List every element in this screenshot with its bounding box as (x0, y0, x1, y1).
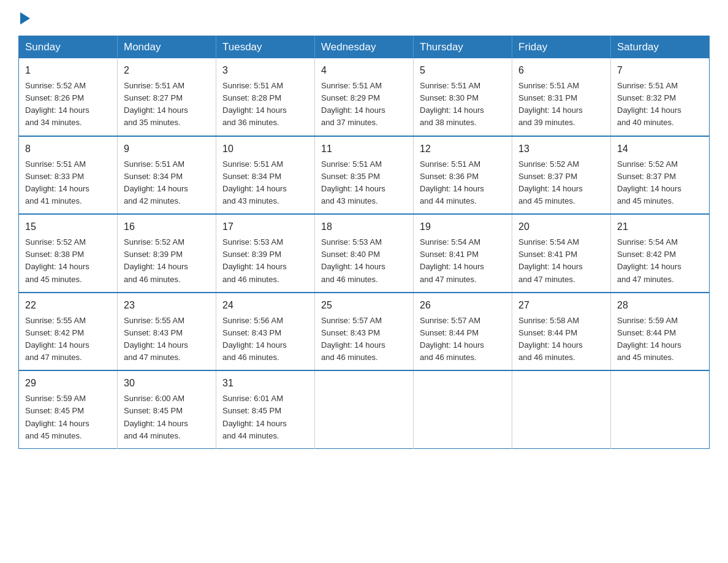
day-info: Sunrise: 5:52 AMSunset: 8:39 PMDaylight:… (124, 236, 210, 286)
calendar-cell: 12Sunrise: 5:51 AMSunset: 8:36 PMDayligh… (414, 136, 512, 215)
calendar-cell: 28Sunrise: 5:59 AMSunset: 8:44 PMDayligh… (611, 293, 710, 371)
calendar-cell: 1Sunrise: 5:52 AMSunset: 8:26 PMDaylight… (19, 58, 118, 136)
calendar-cell: 21Sunrise: 5:54 AMSunset: 8:42 PMDayligh… (611, 214, 710, 293)
day-number: 2 (124, 63, 210, 78)
day-number: 22 (25, 298, 111, 313)
day-info: Sunrise: 5:58 AMSunset: 8:44 PMDaylight:… (518, 315, 604, 364)
calendar-cell (512, 370, 611, 448)
day-number: 1 (25, 63, 111, 78)
calendar-cell: 18Sunrise: 5:53 AMSunset: 8:40 PMDayligh… (315, 214, 414, 293)
calendar-cell (315, 370, 414, 448)
calendar-cell: 19Sunrise: 5:54 AMSunset: 8:41 PMDayligh… (414, 214, 512, 293)
day-number: 18 (321, 220, 407, 234)
day-info: Sunrise: 5:59 AMSunset: 8:44 PMDaylight:… (617, 315, 703, 364)
day-number: 3 (222, 63, 308, 78)
day-info: Sunrise: 5:51 AMSunset: 8:36 PMDaylight:… (420, 158, 506, 208)
calendar-cell: 25Sunrise: 5:57 AMSunset: 8:43 PMDayligh… (315, 293, 414, 371)
col-header-wednesday: Wednesday (315, 36, 414, 59)
calendar-cell: 17Sunrise: 5:53 AMSunset: 8:39 PMDayligh… (216, 214, 315, 293)
calendar-cell (414, 370, 512, 448)
calendar-cell: 22Sunrise: 5:55 AMSunset: 8:42 PMDayligh… (19, 293, 118, 371)
calendar-cell: 31Sunrise: 6:01 AMSunset: 8:45 PMDayligh… (216, 370, 315, 448)
day-info: Sunrise: 6:01 AMSunset: 8:45 PMDaylight:… (222, 393, 308, 442)
calendar-cell: 3Sunrise: 5:51 AMSunset: 8:28 PMDaylight… (216, 58, 315, 136)
day-number: 31 (222, 376, 308, 391)
day-number: 14 (617, 142, 703, 156)
calendar-header-row: SundayMondayTuesdayWednesdayThursdayFrid… (19, 36, 710, 59)
calendar-week-row: 15Sunrise: 5:52 AMSunset: 8:38 PMDayligh… (19, 214, 710, 293)
calendar-cell: 11Sunrise: 5:51 AMSunset: 8:35 PMDayligh… (315, 136, 414, 215)
day-number: 23 (124, 298, 210, 313)
calendar-cell: 5Sunrise: 5:51 AMSunset: 8:30 PMDaylight… (414, 58, 512, 136)
col-header-friday: Friday (512, 36, 611, 59)
calendar-cell (611, 370, 710, 448)
day-info: Sunrise: 5:51 AMSunset: 8:34 PMDaylight:… (222, 158, 308, 208)
day-info: Sunrise: 6:00 AMSunset: 8:45 PMDaylight:… (124, 393, 210, 442)
calendar-cell: 27Sunrise: 5:58 AMSunset: 8:44 PMDayligh… (512, 293, 611, 371)
calendar-cell: 16Sunrise: 5:52 AMSunset: 8:39 PMDayligh… (118, 214, 216, 293)
day-number: 17 (222, 220, 308, 234)
calendar-cell: 30Sunrise: 6:00 AMSunset: 8:45 PMDayligh… (118, 370, 216, 448)
day-number: 9 (124, 142, 210, 156)
day-info: Sunrise: 5:51 AMSunset: 8:35 PMDaylight:… (321, 158, 407, 208)
day-info: Sunrise: 5:51 AMSunset: 8:27 PMDaylight:… (124, 80, 210, 129)
day-info: Sunrise: 5:53 AMSunset: 8:39 PMDaylight:… (222, 236, 308, 286)
day-info: Sunrise: 5:51 AMSunset: 8:30 PMDaylight:… (420, 80, 506, 129)
day-number: 6 (518, 63, 604, 78)
day-number: 24 (222, 298, 308, 313)
day-number: 19 (420, 220, 506, 234)
day-info: Sunrise: 5:59 AMSunset: 8:45 PMDaylight:… (25, 393, 111, 442)
calendar-week-row: 1Sunrise: 5:52 AMSunset: 8:26 PMDaylight… (19, 58, 710, 136)
day-number: 30 (124, 376, 210, 391)
calendar-table: SundayMondayTuesdayWednesdayThursdayFrid… (18, 36, 710, 449)
calendar-cell: 15Sunrise: 5:52 AMSunset: 8:38 PMDayligh… (19, 214, 118, 293)
day-number: 20 (518, 220, 604, 234)
day-info: Sunrise: 5:52 AMSunset: 8:37 PMDaylight:… (617, 158, 703, 208)
calendar-cell: 8Sunrise: 5:51 AMSunset: 8:33 PMDaylight… (19, 136, 118, 215)
col-header-thursday: Thursday (414, 36, 512, 59)
calendar-week-row: 29Sunrise: 5:59 AMSunset: 8:45 PMDayligh… (19, 370, 710, 448)
calendar-cell: 13Sunrise: 5:52 AMSunset: 8:37 PMDayligh… (512, 136, 611, 215)
day-number: 8 (25, 142, 111, 156)
day-number: 5 (420, 63, 506, 78)
day-number: 11 (321, 142, 407, 156)
day-number: 12 (420, 142, 506, 156)
day-number: 29 (25, 376, 111, 391)
col-header-saturday: Saturday (611, 36, 710, 59)
col-header-sunday: Sunday (19, 36, 118, 59)
calendar-cell: 9Sunrise: 5:51 AMSunset: 8:34 PMDaylight… (118, 136, 216, 215)
day-number: 4 (321, 63, 407, 78)
day-number: 15 (25, 220, 111, 234)
calendar-cell: 2Sunrise: 5:51 AMSunset: 8:27 PMDaylight… (118, 58, 216, 136)
day-info: Sunrise: 5:55 AMSunset: 8:43 PMDaylight:… (124, 315, 210, 364)
day-number: 16 (124, 220, 210, 234)
day-info: Sunrise: 5:51 AMSunset: 8:32 PMDaylight:… (617, 80, 703, 129)
day-number: 28 (617, 298, 703, 313)
day-info: Sunrise: 5:57 AMSunset: 8:43 PMDaylight:… (321, 315, 407, 364)
calendar-cell: 7Sunrise: 5:51 AMSunset: 8:32 PMDaylight… (611, 58, 710, 136)
day-info: Sunrise: 5:52 AMSunset: 8:26 PMDaylight:… (25, 80, 111, 129)
calendar-cell: 4Sunrise: 5:51 AMSunset: 8:29 PMDaylight… (315, 58, 414, 136)
day-info: Sunrise: 5:51 AMSunset: 8:28 PMDaylight:… (222, 80, 308, 129)
col-header-monday: Monday (118, 36, 216, 59)
calendar-week-row: 22Sunrise: 5:55 AMSunset: 8:42 PMDayligh… (19, 293, 710, 371)
day-info: Sunrise: 5:53 AMSunset: 8:40 PMDaylight:… (321, 236, 407, 286)
calendar-cell: 23Sunrise: 5:55 AMSunset: 8:43 PMDayligh… (118, 293, 216, 371)
day-info: Sunrise: 5:54 AMSunset: 8:41 PMDaylight:… (518, 236, 604, 286)
col-header-tuesday: Tuesday (216, 36, 315, 59)
day-number: 25 (321, 298, 407, 313)
day-number: 27 (518, 298, 604, 313)
calendar-cell: 14Sunrise: 5:52 AMSunset: 8:37 PMDayligh… (611, 136, 710, 215)
logo (18, 12, 30, 25)
day-info: Sunrise: 5:51 AMSunset: 8:29 PMDaylight:… (321, 80, 407, 129)
calendar-cell: 24Sunrise: 5:56 AMSunset: 8:43 PMDayligh… (216, 293, 315, 371)
day-number: 10 (222, 142, 308, 156)
day-info: Sunrise: 5:51 AMSunset: 8:34 PMDaylight:… (124, 158, 210, 208)
day-info: Sunrise: 5:52 AMSunset: 8:37 PMDaylight:… (518, 158, 604, 208)
day-info: Sunrise: 5:56 AMSunset: 8:43 PMDaylight:… (222, 315, 308, 364)
calendar-cell: 20Sunrise: 5:54 AMSunset: 8:41 PMDayligh… (512, 214, 611, 293)
logo-triangle-icon (20, 12, 30, 25)
day-info: Sunrise: 5:55 AMSunset: 8:42 PMDaylight:… (25, 315, 111, 364)
calendar-cell: 6Sunrise: 5:51 AMSunset: 8:31 PMDaylight… (512, 58, 611, 136)
day-info: Sunrise: 5:51 AMSunset: 8:33 PMDaylight:… (25, 158, 111, 208)
